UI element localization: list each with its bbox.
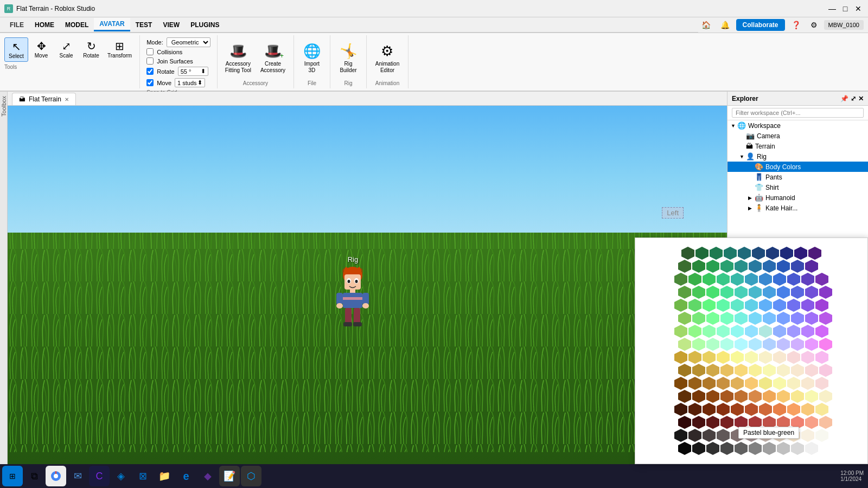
hex-color-14-9[interactable] — [801, 429, 814, 442]
hex-color-5-1[interactable] — [692, 312, 705, 325]
task-view-btn[interactable]: ⧉ — [24, 466, 44, 486]
hex-color-13-2[interactable] — [706, 416, 719, 429]
hex-color-15-0[interactable] — [678, 442, 691, 455]
collisions-checkbox[interactable] — [146, 48, 154, 55]
hex-color-7-9[interactable] — [805, 338, 818, 351]
hex-color-7-3[interactable] — [720, 338, 733, 351]
rotate-snap-label[interactable]: Rotate — [157, 68, 174, 75]
hex-color-0-0[interactable] — [681, 247, 694, 260]
hex-color-6-6[interactable] — [759, 325, 772, 338]
hex-color-8-3[interactable] — [717, 351, 730, 364]
hex-color-10-10[interactable] — [815, 377, 828, 390]
hex-color-5-7[interactable] — [777, 312, 790, 325]
menu-plugins[interactable]: PLUGINS — [185, 19, 225, 31]
rotate-tool[interactable]: ↻ Rotate — [79, 37, 103, 62]
hex-color-3-2[interactable] — [706, 286, 719, 299]
join-surfaces-label[interactable]: Join Surfaces — [157, 58, 193, 65]
hex-color-11-7[interactable] — [777, 390, 790, 403]
hex-color-6-8[interactable] — [787, 325, 800, 338]
hex-color-2-3[interactable] — [717, 273, 730, 286]
hex-color-10-2[interactable] — [703, 377, 716, 390]
file-explorer-btn[interactable]: 📁 — [154, 466, 175, 486]
hex-color-1-3[interactable] — [720, 260, 733, 273]
hex-color-3-7[interactable] — [777, 286, 790, 299]
hex-color-0-2[interactable] — [710, 247, 723, 260]
hex-color-12-1[interactable] — [688, 403, 701, 416]
tree-item-body-colors[interactable]: 🎨 Body Colors — [727, 162, 868, 172]
hex-color-11-2[interactable] — [706, 390, 719, 403]
hex-color-4-2[interactable] — [703, 299, 716, 312]
join-surfaces-checkbox[interactable] — [146, 57, 154, 65]
start-button[interactable]: ⊞ — [2, 466, 23, 486]
hex-color-10-6[interactable] — [759, 377, 772, 390]
create-accessory-btn[interactable]: 🎩+ CreateAccessory — [257, 41, 289, 76]
hex-color-9-7[interactable] — [777, 364, 790, 377]
hex-color-8-6[interactable] — [759, 351, 772, 364]
hex-color-0-9[interactable] — [808, 247, 821, 260]
hex-color-0-3[interactable] — [724, 247, 737, 260]
hex-color-8-8[interactable] — [787, 351, 800, 364]
hex-color-9-6[interactable] — [763, 364, 776, 377]
roblox-taskbar-btn[interactable]: ⬡ — [241, 466, 261, 486]
hex-color-11-1[interactable] — [692, 390, 705, 403]
vscode-btn[interactable]: ◈ — [111, 466, 131, 486]
hex-color-8-0[interactable] — [674, 351, 687, 364]
hex-color-3-9[interactable] — [805, 286, 818, 299]
sticky-notes-btn[interactable]: 📝 — [219, 466, 240, 486]
hex-color-6-1[interactable] — [688, 325, 701, 338]
hex-color-4-6[interactable] — [759, 299, 772, 312]
hex-color-13-4[interactable] — [735, 416, 748, 429]
animation-editor-btn[interactable]: ⚙ AnimationEditor — [371, 41, 404, 76]
scale-tool[interactable]: ⤢ Scale — [54, 37, 78, 62]
hex-color-12-8[interactable] — [787, 403, 800, 416]
hex-color-11-8[interactable] — [791, 390, 804, 403]
hex-color-1-10[interactable] — [819, 260, 832, 273]
hex-color-9-3[interactable] — [720, 364, 733, 377]
hex-color-4-9[interactable] — [801, 299, 814, 312]
menu-avatar[interactable]: AVATAR — [94, 18, 130, 31]
hex-color-1-7[interactable] — [777, 260, 790, 273]
hex-color-12-0[interactable] — [674, 403, 687, 416]
hex-color-8-2[interactable] — [703, 351, 716, 364]
collisions-label[interactable]: Collisions — [157, 49, 182, 55]
hex-color-9-5[interactable] — [749, 364, 762, 377]
hex-color-13-0[interactable] — [678, 416, 691, 429]
hex-color-4-0[interactable] — [674, 299, 687, 312]
hex-color-10-0[interactable] — [674, 377, 687, 390]
hex-color-2-2[interactable] — [703, 273, 716, 286]
tree-item-humanoid[interactable]: ▶ 🤖 Humanoid — [727, 192, 868, 203]
hex-color-14-10[interactable] — [815, 429, 828, 442]
hex-color-3-10[interactable] — [819, 286, 832, 299]
hex-color-15-4[interactable] — [735, 442, 748, 455]
hex-color-14-0[interactable] — [674, 429, 687, 442]
minimize-btn[interactable]: — — [827, 3, 838, 14]
close-btn[interactable]: ✕ — [853, 3, 864, 14]
hex-color-15-8[interactable] — [791, 442, 804, 455]
hex-color-4-4[interactable] — [731, 299, 744, 312]
tree-item-pants[interactable]: 👖 Pants — [727, 172, 868, 182]
hex-color-11-6[interactable] — [763, 390, 776, 403]
collaborate-button[interactable]: Collaborate — [736, 19, 785, 31]
help-icon[interactable]: ❓ — [788, 20, 804, 30]
explorer-pin-btn[interactable]: 📌 — [840, 95, 848, 102]
hex-color-15-2[interactable] — [706, 442, 719, 455]
hex-color-13-9[interactable] — [805, 416, 818, 429]
hex-color-11-4[interactable] — [735, 390, 748, 403]
move-tool[interactable]: ✥ Move — [29, 37, 53, 62]
hex-color-7-6[interactable] — [763, 338, 776, 351]
hex-color-7-1[interactable] — [692, 338, 705, 351]
import-3d-btn[interactable]: 🌐 Import3D — [298, 41, 326, 76]
hex-color-9-4[interactable] — [735, 364, 748, 377]
menu-view[interactable]: VIEW — [157, 19, 185, 31]
hex-color-14-4[interactable] — [731, 429, 744, 442]
hex-color-5-10[interactable] — [819, 312, 832, 325]
rig-builder-btn[interactable]: 🤸 RigBuilder — [335, 41, 362, 76]
hex-color-6-9[interactable] — [801, 325, 814, 338]
explorer-expand-btn[interactable]: ⤢ — [851, 95, 856, 102]
tab-close-btn[interactable]: ✕ — [65, 97, 69, 102]
hex-color-5-3[interactable] — [720, 312, 733, 325]
hex-color-10-3[interactable] — [717, 377, 730, 390]
hex-color-4-7[interactable] — [773, 299, 786, 312]
hex-color-2-1[interactable] — [688, 273, 701, 286]
hex-color-3-8[interactable] — [791, 286, 804, 299]
